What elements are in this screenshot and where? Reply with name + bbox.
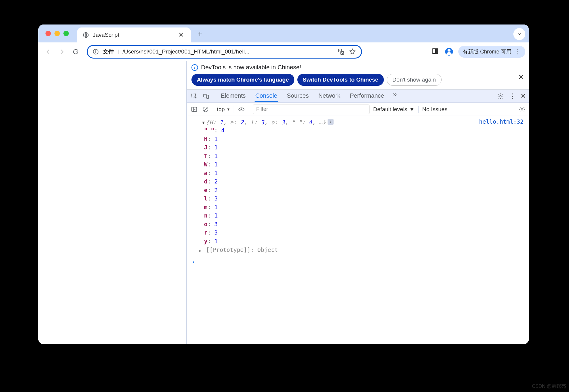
close-tab-button[interactable]: ✕ xyxy=(177,31,185,39)
tab-sources[interactable]: Sources xyxy=(286,91,309,102)
property-row[interactable]: T: 1 xyxy=(204,152,525,160)
bookmark-star-icon[interactable] xyxy=(349,48,356,56)
page-viewport xyxy=(38,61,187,344)
minimize-window-button[interactable] xyxy=(54,31,60,36)
property-row[interactable]: l: 3 xyxy=(204,194,525,203)
svg-point-11 xyxy=(500,95,501,97)
content-area: i DevTools is now available in Chinese! … xyxy=(38,61,529,344)
property-row[interactable]: W: 1 xyxy=(204,160,525,169)
filter-input[interactable]: Filter xyxy=(253,105,369,114)
chrome-update-button[interactable]: 有新版 Chrome 可用 ⋮ xyxy=(458,46,525,58)
url-scheme: 文件 xyxy=(103,48,114,56)
svg-line-15 xyxy=(204,108,207,111)
property-row[interactable]: H: 1 xyxy=(204,135,525,143)
globe-icon xyxy=(83,32,89,38)
close-banner-button[interactable]: ✕ xyxy=(518,73,524,81)
log-levels-selector[interactable]: Default levels ▼ xyxy=(373,106,415,113)
address-bar[interactable]: 文件 | /Users/hsl/001_Project/001_HTML/htm… xyxy=(87,45,362,59)
property-row[interactable]: a: 1 xyxy=(204,169,525,177)
console-toolbar: top ▼ Filter Default levels ▼ No Issues xyxy=(187,103,529,116)
browser-tab[interactable]: JavaScript ✕ xyxy=(77,27,191,42)
tab-strip: JavaScript ✕ ＋ xyxy=(38,24,529,42)
disclosure-triangle-closed[interactable]: ▶ xyxy=(199,249,201,253)
tab-search-button[interactable] xyxy=(513,28,525,40)
watermark: CSDN @韩曙亮 xyxy=(532,383,566,390)
separator xyxy=(249,106,249,113)
forward-button[interactable] xyxy=(56,45,68,58)
profile-avatar[interactable] xyxy=(445,48,453,56)
back-button[interactable] xyxy=(42,45,54,58)
close-window-button[interactable] xyxy=(45,31,51,36)
settings-gear-icon[interactable] xyxy=(497,92,504,100)
source-link[interactable]: hello.html:32 xyxy=(479,118,524,125)
switch-language-button[interactable]: Switch DevTools to Chinese xyxy=(297,74,384,86)
property-row[interactable]: o: 3 xyxy=(204,220,525,229)
browser-window: JavaScript ✕ ＋ 文件 | /Users/hsl/001_Proje… xyxy=(38,24,529,344)
console-settings-icon[interactable] xyxy=(518,105,526,113)
svg-point-17 xyxy=(521,108,523,110)
chevron-down-icon: ▼ xyxy=(409,106,415,113)
match-language-button[interactable]: Always match Chrome's language xyxy=(191,74,294,86)
svg-rect-7 xyxy=(436,49,438,53)
svg-point-16 xyxy=(241,108,243,110)
clear-console-icon[interactable] xyxy=(202,105,209,113)
disclosure-triangle-open[interactable]: ▼ xyxy=(202,120,205,125)
devtools-menu-button[interactable]: ⋮ xyxy=(509,92,516,100)
tab-console[interactable]: Console xyxy=(255,91,278,102)
chevron-down-icon: ▼ xyxy=(226,107,230,111)
issues-label[interactable]: No Issues xyxy=(422,106,447,113)
context-selector[interactable]: top ▼ xyxy=(217,106,230,113)
sidebar-toggle-icon[interactable] xyxy=(190,105,198,113)
tab-elements[interactable]: Elements xyxy=(220,91,246,102)
property-row[interactable]: " ": 4 xyxy=(204,126,525,135)
url-text: /Users/hsl/001_Project/001_HTML/html_001… xyxy=(122,48,334,55)
dismiss-banner-button[interactable]: Don't show again xyxy=(387,74,442,86)
svg-rect-12 xyxy=(192,107,197,111)
new-tab-button[interactable]: ＋ xyxy=(194,27,206,39)
console-output: hello.html:32 ▼ {H: 1, e: 2, l: 3, o: 3,… xyxy=(187,116,529,344)
svg-point-3 xyxy=(96,50,96,50)
browser-toolbar: 文件 | /Users/hsl/001_Project/001_HTML/htm… xyxy=(38,42,529,61)
separator xyxy=(234,106,234,113)
reload-button[interactable] xyxy=(69,45,82,58)
info-badge-icon[interactable]: i xyxy=(328,119,334,125)
property-row[interactable]: J: 1 xyxy=(204,143,525,152)
property-row[interactable]: d: 2 xyxy=(204,177,525,186)
console-prompt[interactable]: › xyxy=(187,256,529,267)
info-icon: i xyxy=(191,64,198,71)
tab-network[interactable]: Network xyxy=(318,91,341,102)
property-row[interactable]: y: 1 xyxy=(204,237,525,246)
console-log-entry: ▼ {H: 1, e: 2, l: 3, o: 3, " ": 4, …} i … xyxy=(187,118,529,256)
property-row[interactable]: r: 3 xyxy=(204,228,525,237)
window-controls xyxy=(45,31,69,36)
translate-icon[interactable] xyxy=(337,48,345,56)
maximize-window-button[interactable] xyxy=(63,31,69,36)
prototype-row[interactable]: ▶ [[Prototype]]: Object xyxy=(204,246,525,253)
side-panel-icon[interactable] xyxy=(431,48,440,56)
devtools-tabbar: Elements Console Sources Network Perform… xyxy=(187,90,529,103)
more-tabs-button[interactable]: » xyxy=(393,91,396,102)
property-row[interactable]: m: 1 xyxy=(204,203,525,212)
property-row[interactable]: n: 1 xyxy=(204,211,525,220)
property-row[interactable]: e: 2 xyxy=(204,186,525,195)
object-properties: " ": 4H: 1J: 1T: 1W: 1a: 1d: 2e: 2l: 3m:… xyxy=(204,126,525,245)
tab-title: JavaScript xyxy=(93,32,173,38)
site-info-icon[interactable] xyxy=(92,48,99,55)
toolbar-right: 有新版 Chrome 可用 ⋮ xyxy=(431,46,525,58)
separator xyxy=(418,106,419,113)
banner-text: DevTools is now available in Chinese! xyxy=(201,64,301,71)
tab-performance[interactable]: Performance xyxy=(349,91,385,102)
close-devtools-button[interactable]: ✕ xyxy=(521,92,526,100)
separator xyxy=(213,106,213,113)
object-summary[interactable]: {H: 1, e: 2, l: 3, o: 3, " ": 4, …} xyxy=(206,119,326,125)
devtools-language-banner: i DevTools is now available in Chinese! … xyxy=(187,61,529,90)
device-toggle-icon[interactable] xyxy=(202,92,210,100)
devtools-panel: i DevTools is now available in Chinese! … xyxy=(187,61,529,344)
inspect-icon[interactable] xyxy=(190,92,198,100)
live-expression-icon[interactable] xyxy=(238,105,245,113)
update-text: 有新版 Chrome 可用 xyxy=(462,48,512,55)
